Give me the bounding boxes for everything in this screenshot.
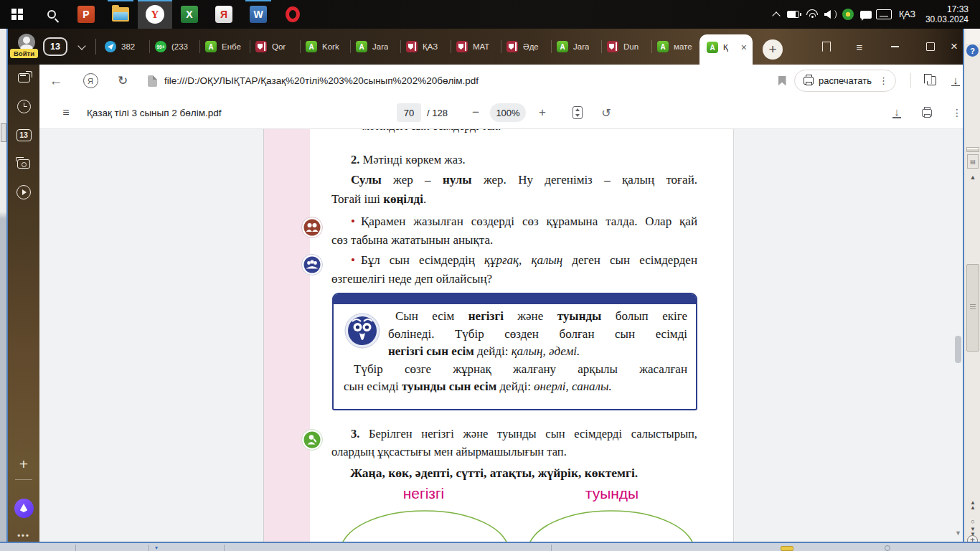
taskbar-clock[interactable]: 17:33 30.03.2024 xyxy=(921,4,976,24)
keyboard-icon[interactable] xyxy=(875,0,893,29)
battery-icon[interactable] xyxy=(786,0,804,29)
volume-icon[interactable] xyxy=(821,0,839,29)
close-button[interactable]: × xyxy=(942,29,966,65)
taskbar-start-button[interactable] xyxy=(0,0,34,29)
fit-page-button[interactable] xyxy=(567,97,588,128)
maximize-button[interactable] xyxy=(918,29,943,65)
print-options-kebab[interactable]: ⋮ xyxy=(879,75,888,86)
group-work-icon xyxy=(301,254,323,276)
alice-icon xyxy=(14,499,34,518)
address-field[interactable]: file:///D:/ОҚУЛЫҚТАР/Қазақ%20тілі%203%20… xyxy=(148,70,479,91)
sidebar-video-button[interactable] xyxy=(8,179,39,205)
browser-tab[interactable]: Jara xyxy=(552,34,601,59)
browser-tab[interactable]: мате xyxy=(652,34,702,59)
statusbar-divider xyxy=(75,545,76,551)
sidebar-alice-button[interactable] xyxy=(8,495,39,521)
scrollbar-split-handle[interactable] xyxy=(966,147,979,152)
browse-object-button[interactable]: ○ xyxy=(967,517,979,527)
taskbar-opera-button[interactable] xyxy=(275,0,310,29)
fit-page-icon xyxy=(573,106,583,119)
pdf-menu-button[interactable]: ≡ xyxy=(55,97,77,128)
browser-home-button[interactable] xyxy=(80,65,101,97)
back-button[interactable]: ← xyxy=(45,65,67,97)
text-line: бөлінеді. Түбір сөзден болған сын есімді xyxy=(344,326,687,344)
login-badge[interactable]: Войти xyxy=(10,49,38,58)
background-window-button xyxy=(1,123,6,142)
zoom-in-button[interactable]: + xyxy=(533,97,552,128)
language-indicator[interactable]: ҚАЗ xyxy=(893,9,921,19)
browser-tab[interactable]: Енбе xyxy=(200,34,250,59)
tab-list-chevron[interactable] xyxy=(74,37,90,56)
pdf-scrollbar-thumb[interactable] xyxy=(955,336,961,363)
browser-tab[interactable]: МАТ xyxy=(451,34,501,59)
ruler-toggle-button[interactable]: ▤ xyxy=(967,154,979,169)
browser-tab[interactable]: Әде xyxy=(501,34,551,59)
sidebar-panels-button[interactable] xyxy=(8,65,39,90)
sidebar-more-button[interactable]: ••• xyxy=(8,522,39,548)
statusbar-divider xyxy=(224,545,225,551)
previous-page-button[interactable]: ▲▲ xyxy=(967,500,979,510)
taskbar-word-button[interactable]: W xyxy=(241,0,275,29)
red-book-favicon xyxy=(255,41,267,52)
messages-icon[interactable] xyxy=(857,0,875,29)
green-a-favicon xyxy=(557,41,568,52)
red-book-favicon xyxy=(456,41,468,52)
tab-close-icon[interactable]: × xyxy=(741,42,747,52)
pdf-download-button[interactable]: ↓ xyxy=(886,97,908,128)
page-number-input[interactable]: 70 xyxy=(397,103,421,122)
new-tab-button[interactable]: + xyxy=(763,39,783,60)
sidebar-add-button[interactable]: + xyxy=(8,451,39,477)
text-line: 2. Мәтінді көркем жаз. xyxy=(331,151,697,169)
zoom-level[interactable]: 100% xyxy=(490,103,526,122)
browser-tab[interactable]: Qor xyxy=(250,34,300,59)
pair-work-icon xyxy=(301,217,323,238)
taskbar-explorer-button[interactable] xyxy=(103,0,138,29)
history-icon xyxy=(17,100,31,113)
browser-tab[interactable]: 382 xyxy=(100,34,149,59)
pdf-print-button[interactable] xyxy=(916,97,938,128)
browser-tab[interactable]: Kork xyxy=(301,34,350,59)
help-button[interactable]: ? xyxy=(966,44,979,57)
zoom-out-button[interactable]: − xyxy=(466,97,485,128)
tab-count-pill[interactable]: 13 xyxy=(43,37,67,56)
taskbar-search-button[interactable] xyxy=(34,0,69,29)
scrollbar-thumb[interactable] xyxy=(966,264,979,352)
scroll-up-arrow[interactable]: ▲ xyxy=(967,172,979,182)
taskbar-yandex-browser-button[interactable]: Y xyxy=(138,0,172,29)
collections-button[interactable] xyxy=(920,65,942,97)
browser-tab[interactable]: ҚАЗ xyxy=(401,34,451,59)
sidebar-tabs-button[interactable]: 13 xyxy=(8,122,39,148)
pdf-scroll-down-arrow[interactable]: ▼ xyxy=(954,529,962,537)
bookmarks-panel-button[interactable] xyxy=(814,29,839,65)
sidebar-history-button[interactable] xyxy=(8,93,39,119)
browser-sidebar: 13 + ••• xyxy=(8,65,39,542)
reload-button[interactable]: ↻ xyxy=(112,65,133,97)
pdf-viewer[interactable]: мәтіндегі сын есімдерді тап. 2. Мәтінді … xyxy=(39,129,963,542)
rule-box-header xyxy=(334,294,696,304)
browser-tab[interactable]: Dun xyxy=(602,34,651,59)
pdf-download-icon: ↓ xyxy=(894,107,900,116)
tab-label: (233 xyxy=(171,42,188,51)
taskbar-excel-button[interactable]: X xyxy=(172,0,207,29)
chevron-up-icon[interactable] xyxy=(768,0,786,29)
active-tab[interactable]: Қ × xyxy=(699,34,753,65)
rotate-button[interactable]: ↺ xyxy=(595,97,617,128)
sidebar-screenshot-button[interactable] xyxy=(8,151,39,176)
background-window-statusbar: ▾ xyxy=(0,542,980,551)
minimize-button[interactable] xyxy=(882,29,907,65)
print-button[interactable]: распечатать ⋮ xyxy=(794,70,896,92)
antivirus-icon[interactable] xyxy=(839,0,857,29)
taskbar-date: 30.03.2024 xyxy=(925,14,969,24)
pdf-more-button[interactable]: ⋮ xyxy=(946,97,968,128)
browser-menu-button[interactable]: ≡ xyxy=(847,29,872,65)
downloads-button[interactable]: ↓ xyxy=(945,65,966,97)
browser-tab[interactable]: 99+(233 xyxy=(150,34,199,59)
taskbar-yandex-app-button[interactable]: Я xyxy=(207,0,241,29)
bookmark-button[interactable] xyxy=(773,65,791,97)
video-icon xyxy=(17,185,31,199)
wifi-icon[interactable] xyxy=(804,0,821,29)
powerpoint-icon: P xyxy=(77,6,95,23)
taskbar-powerpoint-button[interactable]: P xyxy=(69,0,103,29)
browser-tab[interactable]: Jara xyxy=(351,34,400,59)
pdf-scrollbar[interactable]: ▼ xyxy=(954,129,962,542)
